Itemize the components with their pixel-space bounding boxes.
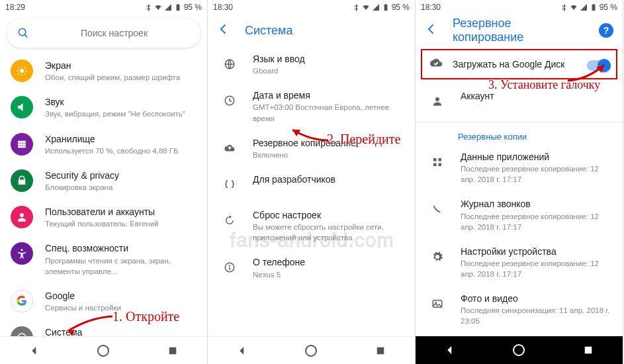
display-icon (11, 60, 33, 82)
svg-rect-8 (169, 347, 177, 354)
battery-percent: 95 % (392, 3, 410, 12)
item-title: Экран (45, 60, 197, 71)
system-item-language[interactable]: Язык и вводGboard (208, 46, 415, 83)
status-bar: 18:30 95 % (416, 0, 623, 15)
svg-rect-16 (433, 158, 437, 161)
settings-list: ЭкранОбои, спящий режим, размер шрифта З… (0, 53, 207, 336)
phone-icon (426, 198, 449, 220)
system-list: Язык и вводGboard Дата и времяGMT+03:00 … (208, 46, 415, 336)
svg-rect-17 (439, 158, 442, 161)
app-header: Резервное копирование ? (416, 15, 623, 46)
info-icon (218, 256, 241, 279)
wifi-icon (570, 3, 578, 11)
nav-bar (208, 336, 415, 364)
status-bar: 18:29 95 % (0, 0, 207, 15)
system-item-about[interactable]: О телефонеNexus 5 (208, 250, 415, 286)
item-sub: Последняя синхронизация: 11 апр. 2018 г.… (461, 305, 612, 326)
wifi-icon (362, 3, 370, 11)
item-title: Резервное копирование (253, 137, 404, 149)
settings-item-sound[interactable]: ЗвукЗвук, вибрация, режим "Не беспокоить… (0, 89, 207, 126)
nav-back-icon[interactable] (236, 345, 248, 357)
system-item-reset[interactable]: Сброс настроекВы можете сбросить настрой… (208, 203, 415, 250)
user-icon (11, 206, 33, 228)
status-time: 18:29 (5, 3, 25, 12)
backup-item-device[interactable]: Настройки устройстваПоследнее резервное … (416, 239, 623, 286)
app-header: Система (208, 15, 415, 46)
nav-home-icon[interactable] (513, 344, 525, 356)
item-title: Аккаунт (461, 90, 612, 102)
storage-icon (11, 133, 33, 156)
svg-rect-22 (585, 347, 592, 354)
apps-icon (426, 151, 449, 173)
item-sub: Звук, вибрация, режим "Не беспокоить" (45, 109, 197, 119)
system-item-developer[interactable]: Для разработчиков (208, 167, 415, 203)
bluetooth-icon (144, 3, 152, 11)
nav-back-icon[interactable] (28, 345, 40, 357)
backup-item-calls[interactable]: Журнал звонковПоследнее резервное копиро… (416, 191, 623, 238)
item-sub: Gboard (253, 66, 404, 76)
search-input[interactable] (38, 28, 190, 38)
settings-item-security[interactable]: Security & privacyБлокировка экрана (0, 163, 207, 199)
nav-recent-icon[interactable] (167, 345, 179, 357)
item-sub: Текущий пользователь: Евгений (45, 218, 197, 229)
account-icon (426, 90, 449, 113)
sound-icon (11, 96, 33, 118)
page-title: Резервное копирование (453, 17, 584, 44)
wifi-icon (154, 3, 162, 11)
divider (416, 122, 623, 122)
nav-home-icon[interactable] (305, 345, 317, 357)
nav-bar (0, 336, 207, 364)
battery-icon (174, 3, 182, 11)
nav-home-icon[interactable] (97, 345, 109, 357)
item-title: Сброс настроек (253, 209, 404, 221)
item-sub: Блокировка экрана (45, 182, 197, 193)
svg-point-12 (229, 265, 230, 266)
nav-recent-icon[interactable] (375, 345, 386, 357)
back-button[interactable] (425, 23, 438, 38)
nav-back-icon[interactable] (444, 344, 456, 356)
item-sub: Последнее резервное копирование: 12 апр.… (461, 258, 612, 279)
settings-item-display[interactable]: ЭкранОбои, спящий режим, размер шрифта (0, 53, 207, 89)
settings-item-accounts[interactable]: Пользователи и аккаунтыТекущий пользоват… (0, 199, 207, 236)
signal-icon (164, 3, 172, 11)
search-icon (17, 27, 29, 39)
drive-toggle-row[interactable]: Загружать на Google Диск (421, 49, 617, 79)
gear-icon (426, 246, 449, 268)
svg-rect-18 (433, 163, 437, 167)
status-icons: 95 % (352, 3, 410, 12)
item-sub: Последнее резервное копирование: 12 апр.… (461, 211, 612, 232)
status-icons: 95 % (560, 3, 617, 12)
settings-item-accessibility[interactable]: Спец. возможностиПрограммы чтения с экра… (0, 236, 207, 283)
backup-account-row[interactable]: Аккаунт (416, 83, 623, 119)
drive-toggle[interactable] (587, 60, 609, 71)
signal-icon (372, 3, 380, 11)
svg-rect-2 (18, 143, 26, 145)
settings-item-system[interactable]: СистемаЯзык, время, резервное копировани… (0, 320, 207, 336)
cloud-icon (218, 137, 241, 159)
backup-list: Данные приложенийПоследнее резервное коп… (416, 144, 623, 336)
backup-item-apps[interactable]: Данные приложенийПоследнее резервное коп… (416, 144, 623, 191)
google-icon (11, 290, 33, 312)
bluetooth-icon (560, 3, 568, 11)
item-sub: Используется 70 %, свободно 4,88 ГБ (45, 146, 197, 156)
settings-item-storage[interactable]: ХранилищеИспользуется 70 %, свободно 4,8… (0, 126, 207, 163)
svg-point-15 (435, 97, 439, 101)
system-item-datetime[interactable]: Дата и времяGMT+03:00 Восточная Европа, … (208, 83, 415, 130)
backup-item-photos[interactable]: Фото и видеоПоследняя синхронизация: 11 … (416, 286, 623, 333)
system-item-backup[interactable]: Резервное копированиеВключено (208, 130, 415, 167)
nav-recent-icon[interactable] (582, 344, 594, 356)
item-title: Пользователи и аккаунты (45, 206, 197, 218)
search-settings[interactable] (7, 19, 201, 48)
item-title: Спец. возможности (45, 242, 197, 254)
status-time: 18:30 (213, 3, 233, 12)
back-button[interactable] (217, 23, 230, 38)
item-title: Система (45, 326, 197, 336)
cloud-check-icon (429, 56, 443, 73)
photo-icon (426, 293, 449, 315)
settings-item-google[interactable]: GoogleСервисы и настройки (0, 283, 207, 320)
svg-point-4 (20, 213, 24, 217)
item-title: Для разработчиков (253, 173, 404, 185)
item-title: Хранилище (45, 133, 197, 145)
help-button[interactable]: ? (599, 23, 613, 38)
status-time: 18:30 (421, 3, 441, 12)
